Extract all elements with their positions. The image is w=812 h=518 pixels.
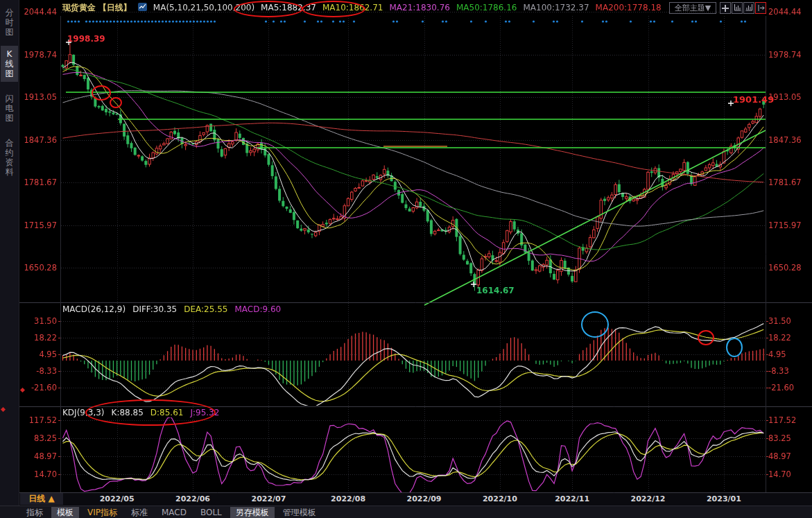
kdj-d-value: D:85.61 xyxy=(150,408,184,417)
date-label: 2022/05 xyxy=(95,494,139,503)
tab-indicators[interactable]: 指标 xyxy=(21,507,49,518)
ma-value-readout: MA21:1830.76 xyxy=(389,3,450,12)
sidebar-item-flash-chart[interactable]: 闪电图 xyxy=(1,90,18,126)
collapse-panel-icon[interactable] xyxy=(755,2,766,14)
date-label: 2022/09 xyxy=(402,494,447,503)
ma-value-readout: MA50:1786.16 xyxy=(456,3,517,12)
candlestick-chart-icon xyxy=(138,3,147,13)
kdj-title: KDJ(9,3,3) xyxy=(62,408,105,417)
macd-diff-value: DIFF:30.35 xyxy=(132,304,177,314)
tab-macd[interactable]: MACD xyxy=(156,507,192,518)
price-axis-label-right: 1650.28 xyxy=(768,263,802,273)
date-label: 2022/07 xyxy=(246,494,291,503)
sidebar-item-time-chart[interactable]: 分时图 xyxy=(1,4,18,40)
pane-layout-icon[interactable] xyxy=(743,2,754,14)
date-label: 2022/08 xyxy=(326,494,370,503)
macd-axis-label-left: -8.33 xyxy=(21,366,57,376)
theme-selector-button[interactable]: 全部主题▼ xyxy=(669,2,716,14)
ma-value-readout: MA5:1882.37 xyxy=(261,3,316,12)
kdj-pane-header: KDJ(9,3,3) K:88.85 D:85.61 J:95.32 xyxy=(62,408,219,417)
tab-standard[interactable]: 标准 xyxy=(126,507,153,518)
price-chart-canvas[interactable] xyxy=(0,0,812,518)
ma-value-readouts: MA5:1882.37MA10:1862.71MA21:1830.76MA50:… xyxy=(261,3,662,12)
price-axis-label-left: 1978.74 xyxy=(21,50,57,60)
price-axis-label-right: 1978.74 xyxy=(768,50,802,60)
price-axis-label-left: 2044.44 xyxy=(21,7,57,17)
tab-save-template[interactable]: 另存模板 xyxy=(230,507,275,518)
macd-axis-label-right: 31.50 xyxy=(768,316,791,326)
ma-value-readout: MA200:1778.18 xyxy=(596,3,662,12)
kdj-axis-label-right: 117.52 xyxy=(768,415,796,425)
macd-axis-label-left: 31.50 xyxy=(21,316,57,326)
ma-value-readout: MA100:1732.37 xyxy=(523,3,589,12)
date-label: 2022/11 xyxy=(550,494,594,503)
sidebar-item-contract-info[interactable]: 合约资料 xyxy=(1,135,18,180)
sidebar: 分时图K线图闪电图合约资料 xyxy=(0,0,19,518)
price-axis-label-right: 1847.36 xyxy=(768,135,802,145)
symbol-name: 现货黄金 xyxy=(62,3,96,12)
price-axis-label-left: 1913.05 xyxy=(21,92,57,102)
price-axis-label-right: 1913.05 xyxy=(768,92,802,102)
symbol-title: 现货黄金 【日线】 xyxy=(62,2,132,14)
macd-axis-label-left: 18.22 xyxy=(21,333,57,343)
kdj-axis-label-right: 48.97 xyxy=(768,451,791,461)
period-arrow-icon: ▲ xyxy=(48,494,54,503)
macd-axis-label-right: -8.33 xyxy=(768,366,789,376)
ma-settings-label: MA(5,10,21,50,100,200) xyxy=(153,3,254,12)
price-axis-label-left: 1847.36 xyxy=(21,135,57,145)
bottom-tabbar: 指标模板VIP指标标准MACDBOLL另存模板管理模板 xyxy=(0,506,812,518)
kdj-j-value: J:95.32 xyxy=(190,408,219,417)
price-axis-label-right: 2044.44 xyxy=(768,7,802,17)
kdj-axis-label-right: 83.25 xyxy=(768,433,791,443)
kdj-axis-label-left: 117.52 xyxy=(21,415,57,425)
period-label: 日线 xyxy=(28,494,45,503)
tab-boll[interactable]: BOLL xyxy=(195,507,227,518)
split-icon[interactable] xyxy=(720,2,731,14)
sidebar-item-kline-chart[interactable]: K线图 xyxy=(1,46,18,82)
macd-title: MACD(26,12,9) xyxy=(62,304,126,314)
macd-axis-label-left: 4.95 xyxy=(21,349,57,359)
kdj-axis-label-left: 83.25 xyxy=(21,433,57,443)
macd-dea-value: DEA:25.55 xyxy=(184,304,227,314)
kdj-axis-label-right: 14.70 xyxy=(768,469,791,479)
kdj-axis-label-left: 14.70 xyxy=(21,469,57,479)
macd-axis-label-right: 4.95 xyxy=(768,349,786,359)
macd-pane-header: MACD(26,12,9) DIFF:30.35 DEA:25.55 MACD:… xyxy=(62,304,281,314)
price-axis-label-right: 1781.67 xyxy=(768,178,802,187)
date-label: 2023/01 xyxy=(702,494,746,503)
price-axis-label-left: 1781.67 xyxy=(21,178,57,187)
kdj-k-value: K:88.85 xyxy=(112,408,144,417)
main-chart-header: 现货黄金 【日线】 MA(5,10,21,50,100,200) MA5:188… xyxy=(62,2,662,13)
period-tag: 【日线】 xyxy=(98,3,132,12)
date-label: 2022/06 xyxy=(171,494,215,503)
tab-manage-template[interactable]: 管理模板 xyxy=(277,507,322,518)
price-axis-label-left: 1715.97 xyxy=(21,221,57,230)
tab-vip-indicators[interactable]: VIP指标 xyxy=(82,507,123,518)
date-label: 2022/12 xyxy=(626,494,671,503)
macd-axis-label-right: -21.60 xyxy=(768,383,794,392)
macd-axis-label-right: 18.22 xyxy=(768,333,791,343)
kdj-axis-label-left: 48.97 xyxy=(21,451,57,461)
ma-value-readout: MA10:1862.71 xyxy=(322,3,383,12)
price-axis-label-right: 1715.97 xyxy=(768,221,802,230)
tab-templates[interactable]: 模板 xyxy=(51,507,79,518)
macd-axis-label-left: -21.60 xyxy=(21,383,57,392)
price-axis-label-left: 1650.28 xyxy=(21,263,57,273)
date-label: 2022/10 xyxy=(478,494,522,503)
macd-macd-value: MACD:9.60 xyxy=(234,304,281,314)
trading-terminal-window: 分时图K线图闪电图合约资料 现货黄金 【日线】 MA(5,10,21,50,10… xyxy=(0,0,812,518)
fit-axis-chart-icon[interactable] xyxy=(732,2,743,14)
period-selector[interactable]: 日线 ▲ xyxy=(20,493,63,505)
